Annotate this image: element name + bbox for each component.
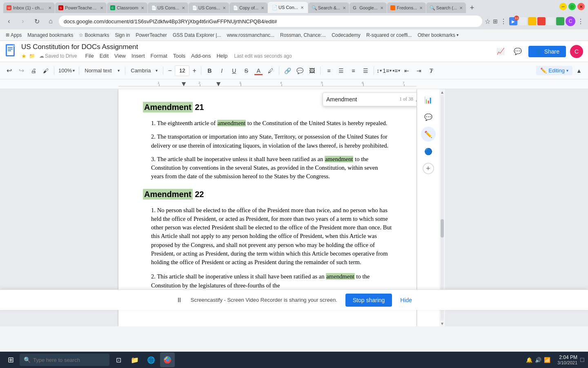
tab-sis[interactable]: S PowerTeacher Pro ✕ — [55, 2, 107, 13]
clear-format-button[interactable]: T̷ — [425, 65, 437, 76]
profile-avatar[interactable]: C — [566, 16, 575, 26]
scroll-down-button[interactable]: ▼ — [439, 321, 445, 326]
close-button[interactable]: ✕ — [577, 3, 585, 10]
italic-button[interactable]: I — [216, 65, 227, 76]
right-panel-circle-icon[interactable]: 🔵 — [421, 144, 436, 159]
minimize-button[interactable]: ─ — [559, 3, 567, 10]
ext-icon-5[interactable] — [547, 17, 555, 25]
notification-icon[interactable]: ☐ — [580, 357, 585, 363]
menu-format[interactable]: Format — [148, 52, 170, 60]
tab-close-search1[interactable]: ✕ — [343, 6, 346, 10]
edge-button[interactable]: 🌐 — [144, 352, 158, 367]
tab-search2[interactable]: 🔍 Search (... ✕ — [426, 2, 466, 13]
bookmark-bookmarks[interactable]: ☆ Bookmarks — [76, 31, 111, 39]
tab-search-icon[interactable]: ⊞ — [493, 18, 498, 25]
menu-help[interactable]: Help — [214, 52, 230, 60]
bookmark-apps[interactable]: ⊞ Apps — [3, 31, 24, 39]
user-avatar[interactable]: C — [570, 45, 583, 58]
browser-more-btn[interactable]: ⋮ — [577, 18, 585, 25]
menu-addons[interactable]: Add-ons — [189, 52, 213, 60]
docs-title[interactable]: US Constitution for DOCs Assignment — [21, 43, 490, 51]
tab-close-gmail[interactable]: ✕ — [48, 6, 51, 10]
numbered-list-button[interactable]: 1≡▾ — [383, 65, 392, 76]
ext-icon-4[interactable] — [537, 17, 546, 25]
font-size-decrease[interactable]: − — [166, 65, 174, 76]
scroll-thumb[interactable] — [441, 219, 444, 238]
paint-format-button[interactable]: 🖌 — [40, 65, 51, 76]
strikethrough-button[interactable]: S — [241, 65, 252, 76]
align-left-button[interactable]: ≡ — [323, 65, 334, 76]
menu-view[interactable]: View — [112, 52, 128, 60]
tab-google[interactable]: G Google... ✕ — [350, 2, 387, 13]
bookmark-other[interactable]: Other bookmarks ▾ — [415, 31, 461, 39]
comment-button[interactable]: 💬 — [294, 65, 305, 76]
task-view-button[interactable]: ⊡ — [111, 352, 126, 367]
right-panel-comment-icon[interactable]: 💬 — [421, 110, 436, 124]
scroll-up-button[interactable]: ▲ — [439, 89, 445, 95]
tab-close-search2[interactable]: ✕ — [459, 6, 463, 10]
search-bar[interactable]: 🔍 — [20, 354, 109, 366]
line-spacing-button[interactable]: ↕▾ — [376, 65, 382, 76]
highlight-color-button[interactable]: 🖊 — [265, 65, 276, 76]
menu-insert[interactable]: Insert — [129, 52, 147, 60]
tab-gmail[interactable]: M Inbox (1) - chance... ✕ — [3, 2, 55, 13]
tab-close-doc1[interactable]: ✕ — [182, 6, 185, 10]
docs-move-icon[interactable]: 📁 — [29, 53, 35, 59]
bookmark-managed[interactable]: Managed bookmarks — [25, 31, 76, 39]
back-button[interactable]: ‹ — [3, 16, 15, 27]
underline-button[interactable]: U — [228, 65, 240, 76]
font-size-input[interactable] — [175, 65, 189, 76]
stop-sharing-button[interactable]: Stop sharing — [345, 294, 392, 307]
activity-icon[interactable]: 📈 — [494, 45, 507, 58]
align-center-button[interactable]: ☰ — [335, 65, 347, 76]
print-button[interactable]: 🖨 — [28, 65, 39, 76]
align-right-button[interactable]: ≡ — [347, 65, 359, 76]
bookmark-codecademy[interactable]: Codecademy — [329, 31, 363, 39]
find-input[interactable] — [326, 96, 398, 103]
docs-logo[interactable] — [5, 44, 17, 59]
chrome-button[interactable] — [160, 352, 175, 367]
bookmark-star[interactable]: ☆ — [485, 18, 490, 25]
link-button[interactable]: 🔗 — [282, 65, 293, 76]
bookmark-rsquared[interactable]: R-squared or coeffi... — [364, 31, 414, 39]
image-button[interactable]: 🖼 — [306, 65, 318, 76]
bullet-list-button[interactable]: •≡▾ — [392, 65, 400, 76]
ext-icon-2[interactable] — [519, 17, 527, 25]
menu-file[interactable]: File — [83, 52, 96, 60]
right-panel-chart-icon[interactable]: 📊 — [421, 92, 436, 107]
style-select-wrapper[interactable]: Normal text ▾ — [82, 65, 122, 76]
maximize-button[interactable]: □ — [568, 3, 576, 10]
tab-doc1[interactable]: 📄 US Cons... ✕ — [148, 2, 188, 13]
ext-icon-3[interactable] — [528, 17, 536, 25]
forward-button[interactable]: › — [17, 16, 29, 27]
start-button[interactable]: ⊞ — [3, 352, 18, 367]
address-input[interactable] — [59, 16, 482, 27]
menu-edit[interactable]: Edit — [97, 52, 111, 60]
tab-active[interactable]: 📄 US Con... ✕ — [268, 2, 308, 13]
scroll-track[interactable] — [441, 95, 444, 321]
docs-title-star[interactable]: ★ — [21, 53, 27, 59]
decrease-indent-button[interactable]: ⇤ — [401, 65, 412, 76]
font-select-wrapper[interactable]: Cambria ▾ — [128, 65, 160, 76]
reload-button[interactable]: ↻ — [31, 16, 42, 27]
taskbar-clock[interactable]: 2:04 PM 3/10/2021 — [553, 355, 577, 365]
browser-menu-icon[interactable]: ⋮ — [500, 18, 507, 25]
tab-doc3[interactable]: 📄 Copy of... ✕ — [229, 2, 267, 13]
comments-icon[interactable]: 💬 — [511, 45, 524, 58]
right-panel-add-icon[interactable]: + — [423, 163, 434, 174]
increase-indent-button[interactable]: ⇥ — [413, 65, 425, 76]
bookmark-powerteacher[interactable]: PowerTeacher — [133, 31, 169, 39]
bookmark-rossman2[interactable]: Rossman, Chance:... — [278, 31, 328, 39]
zoom-select-wrapper[interactable]: 100% ▾ — [57, 67, 76, 74]
ext-icon-6[interactable] — [556, 17, 564, 25]
share-button[interactable]: 👤 Inbox (1) - chance...Share — [528, 46, 566, 57]
tab-classroom[interactable]: C Classroom ✕ — [107, 2, 147, 13]
text-color-button[interactable]: A — [253, 65, 264, 76]
collapse-toolbar-button[interactable]: ▲ — [573, 65, 585, 76]
redo-button[interactable]: ↪ — [16, 65, 27, 76]
hide-button[interactable]: Hide — [400, 297, 412, 303]
tab-close-fredons[interactable]: ✕ — [419, 6, 423, 10]
menu-tools[interactable]: Tools — [171, 52, 188, 60]
tab-search1[interactable]: 🔍 Search &... ✕ — [308, 2, 349, 13]
new-tab-button[interactable]: + — [466, 2, 478, 13]
